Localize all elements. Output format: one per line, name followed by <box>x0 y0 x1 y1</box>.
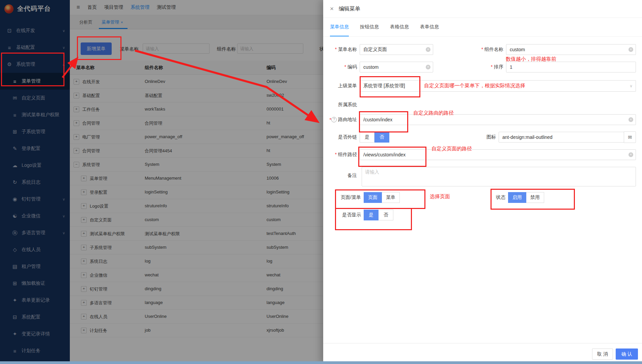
drawer-tab[interactable]: 菜单信息 <box>330 18 349 36</box>
mail-icon[interactable]: ✉ <box>624 131 636 143</box>
parent-menu-select[interactable]: 系统管理 [系统管理] ∨ <box>360 80 636 92</box>
drawer-tab[interactable]: 按钮信息 <box>360 18 379 36</box>
remark-textarea[interactable] <box>362 167 636 186</box>
external-yes-option[interactable]: 是 <box>360 132 374 143</box>
form-row-system: 所属系统 <box>323 99 636 110</box>
comp-path-label: 组件路径 <box>323 152 360 158</box>
status-toggle: 启用 禁用 <box>508 192 544 203</box>
page-menu-label: 页面/菜单 <box>323 194 364 201</box>
drawer-footer: 取 消 确 认 <box>323 343 642 364</box>
page-menu-toggle: 页面 菜单 <box>364 192 400 203</box>
confirm-button[interactable]: 确 认 <box>616 348 638 360</box>
route-label: 路由地址 <box>338 117 357 123</box>
external-link-toggle: 是 否 <box>360 132 389 143</box>
remark-label: 备注 <box>323 173 360 179</box>
form-row-name: 菜单名称 × 组件名称 × <box>323 44 636 55</box>
menu-name-label: 菜单名称 <box>323 47 360 53</box>
edit-menu-drawer: × 编辑菜单 菜单信息按钮信息表格信息表单信息 菜单名称 × 组件名称 × 编码… <box>323 0 642 364</box>
external-no-option[interactable]: 否 <box>374 132 389 143</box>
sort-label: 排序 <box>470 64 506 70</box>
drawer-tab[interactable]: 表格信息 <box>390 18 409 36</box>
icon-input[interactable] <box>499 132 624 143</box>
enabled-option[interactable]: 启用 <box>508 192 526 203</box>
visible-label: 是否显示 <box>323 212 364 218</box>
drawer-tabs: 菜单信息按钮信息表格信息表单信息 <box>323 18 642 37</box>
clear-icon[interactable]: × <box>426 47 430 52</box>
code-input[interactable] <box>360 62 433 72</box>
visible-toggle: 是 否 <box>364 210 393 220</box>
external-link-label: 是否外链 <box>323 134 360 140</box>
menu-name-input[interactable] <box>360 44 433 55</box>
system-label: 所属系统 <box>323 102 360 108</box>
comp-path-input[interactable] <box>360 149 636 160</box>
bottom-strip <box>0 361 642 364</box>
route-input[interactable] <box>360 114 636 125</box>
visible-no-option[interactable]: 否 <box>379 210 393 220</box>
comp-name-label: 组件名称 <box>470 47 506 53</box>
clear-icon[interactable]: × <box>426 65 430 69</box>
drawer-mask[interactable] <box>0 0 323 364</box>
form-row-code: 编码 × 排序 <box>323 62 636 72</box>
drawer-tab[interactable]: 表单信息 <box>420 18 439 36</box>
menu-option[interactable]: 菜单 <box>382 192 400 203</box>
visible-yes-option[interactable]: 是 <box>364 210 379 220</box>
page-option[interactable]: 页面 <box>364 192 382 203</box>
drawer-title: 编辑菜单 <box>339 5 360 12</box>
chevron-down-icon: ∨ <box>630 84 633 88</box>
parent-menu-value: 系统管理 [系统管理] <box>363 83 405 89</box>
form-row-page-menu: 页面/菜单 页面 菜单 状态 启用 禁用 <box>323 192 636 203</box>
form-row-visible: 是否显示 是 否 <box>323 210 636 220</box>
code-label: 编码 <box>323 64 360 70</box>
form-row-route: ? 路由地址 × <box>323 114 636 125</box>
route-label-wrap: ? 路由地址 <box>323 117 360 123</box>
comp-name-input[interactable] <box>506 44 636 55</box>
disabled-option[interactable]: 禁用 <box>526 192 544 203</box>
icon-label: 图标 <box>462 134 499 140</box>
clear-icon[interactable]: × <box>629 47 633 52</box>
drawer-header: × 编辑菜单 <box>323 0 642 18</box>
clear-icon[interactable]: × <box>629 152 633 157</box>
form-row-parent: 上级菜单 系统管理 [系统管理] ∨ <box>323 80 636 92</box>
form-row-comp-path: 组件路径 × <box>323 149 636 160</box>
sort-input[interactable] <box>506 62 636 72</box>
parent-menu-label: 上级菜单 <box>323 83 360 89</box>
cancel-button[interactable]: 取 消 <box>592 348 613 360</box>
help-icon: ? <box>331 117 337 122</box>
status-label: 状态 <box>480 194 508 201</box>
screen: 全代码平台 ⊡ 在线开发 ∨ ≡ 基础配置 ∨ ⚙ 系统管理 ∧ ≡ 菜单管理 <box>0 0 642 364</box>
form-row-external: 是否外链 是 否 图标 ✉ <box>323 132 636 143</box>
clear-icon[interactable]: × <box>629 117 633 122</box>
close-icon[interactable]: × <box>330 5 334 12</box>
